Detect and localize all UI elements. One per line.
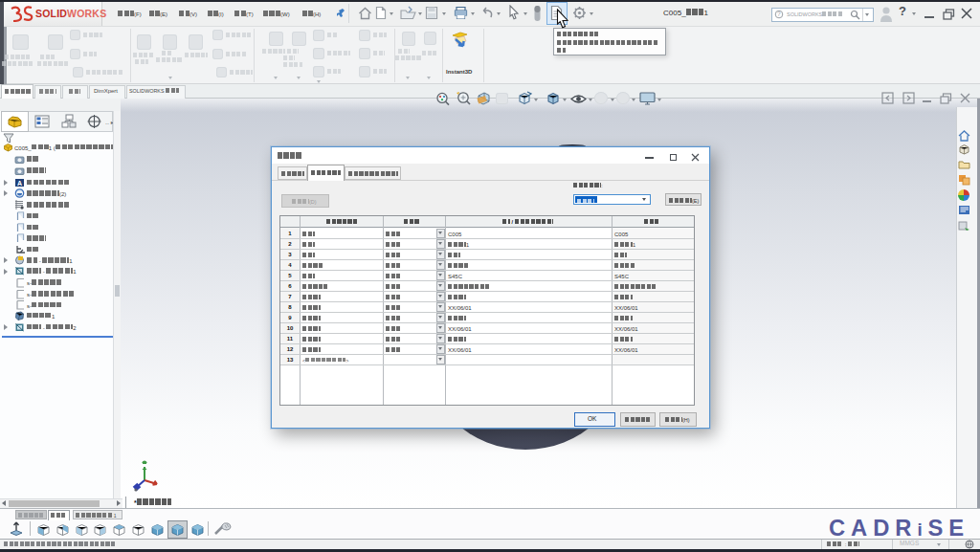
svg-text:?: ? [777,11,781,17]
svg-text:A: A [17,179,22,186]
